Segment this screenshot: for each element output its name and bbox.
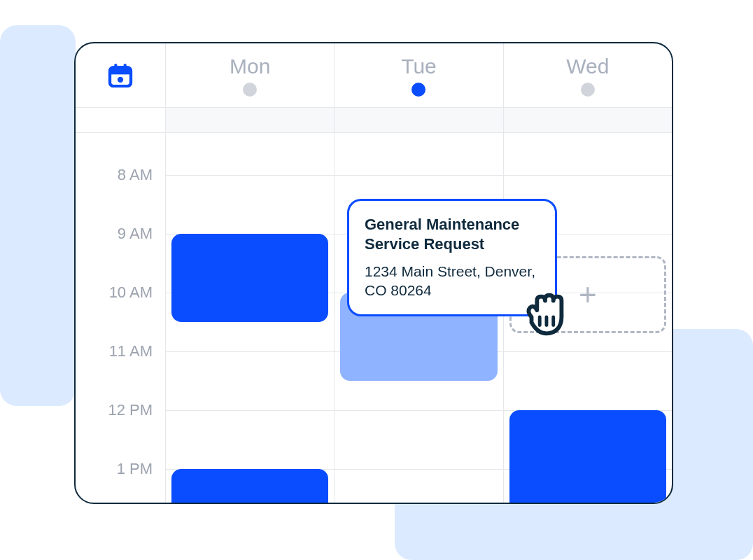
calendar-body: 8 AM 9 AM 10 AM 11 AM 12 PM 1 PM <box>76 133 672 503</box>
calendar-event[interactable] <box>509 410 666 504</box>
allday-row <box>76 108 672 133</box>
day-column-tue[interactable] <box>334 133 502 503</box>
day-dot <box>243 83 257 97</box>
time-gutter: 8 AM 9 AM 10 AM 11 AM 12 PM 1 PM <box>76 133 165 503</box>
day-label: Wed <box>566 55 609 78</box>
day-dot <box>581 83 595 97</box>
time-label: 8 AM <box>118 166 153 184</box>
day-column-header-wed[interactable]: Wed <box>503 43 672 107</box>
time-label: 11 AM <box>109 342 153 360</box>
day-column-mon[interactable] <box>165 133 334 503</box>
plus-icon: + <box>579 277 597 312</box>
day-column-header-tue[interactable]: Tue <box>334 43 502 107</box>
day-dot <box>411 83 425 97</box>
calendar-header: Mon Tue Wed <box>76 43 672 108</box>
time-label: 1 PM <box>117 460 153 478</box>
time-label: 12 PM <box>108 401 153 419</box>
popover-title: General Maintenance Service Request <box>365 215 540 253</box>
calendar-icon[interactable] <box>76 43 165 107</box>
calendar-event[interactable] <box>171 234 328 322</box>
calendar-event[interactable] <box>171 469 328 504</box>
time-label: 10 AM <box>109 284 153 302</box>
day-label: Mon <box>230 55 270 78</box>
popover-address: 1234 Main Street, Denver, CO 80264 <box>365 262 540 300</box>
calendar-card: Mon Tue Wed 8 AM 9 AM 10 AM 11 AM 12 PM … <box>74 42 673 504</box>
time-label: 9 AM <box>118 225 153 243</box>
day-column-header-mon[interactable]: Mon <box>165 43 334 107</box>
background-decoration-left <box>0 25 76 406</box>
grab-cursor-icon <box>518 287 572 344</box>
day-label: Tue <box>401 55 437 78</box>
svg-point-5 <box>118 76 123 82</box>
